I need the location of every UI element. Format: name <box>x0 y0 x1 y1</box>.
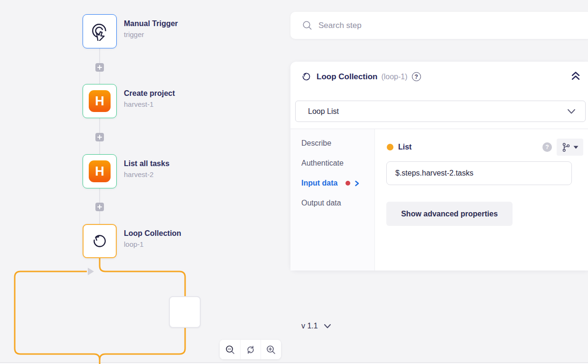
harvest-icon-box[interactable]: H <box>83 154 117 188</box>
field-header-row: List ? <box>387 139 583 156</box>
double-chevron-up-icon <box>570 70 581 82</box>
manual-trigger-icon <box>90 22 109 41</box>
harvest-icon-box[interactable]: H <box>83 84 117 118</box>
harvest-logo-icon: H <box>89 160 111 182</box>
chevron-right-icon <box>355 180 359 187</box>
panel-tabs-sidebar: Describe Authenticate Input data Output … <box>290 129 375 271</box>
list-value-input[interactable] <box>386 161 572 185</box>
node-title: Create project <box>124 89 175 98</box>
manual-trigger-icon-box[interactable] <box>83 14 117 48</box>
workflow-builder: Manual Trigger trigger H Create project … <box>0 0 588 364</box>
field-label: List <box>398 143 542 151</box>
panel-header: Loop Collection (loop-1) ? <box>301 71 421 82</box>
branch-icon <box>562 143 570 152</box>
tab-output-data[interactable]: Output data <box>301 199 341 207</box>
node-create-project[interactable]: H Create project harvest-1 <box>83 84 175 118</box>
chevron-down-icon <box>324 324 331 329</box>
node-step-id: harvest-1 <box>124 100 175 108</box>
search-icon <box>302 20 312 30</box>
node-loop-collection[interactable]: Loop Collection loop-1 <box>83 224 181 258</box>
input-data-section: List ? Show advanced properties <box>375 129 588 271</box>
loop-icon-box[interactable] <box>83 224 117 258</box>
step-config-panel: Loop Collection (loop-1) ? Loop List Des… <box>290 62 588 271</box>
tab-authenticate[interactable]: Authenticate <box>301 159 344 168</box>
zoom-out-icon <box>225 345 235 355</box>
operation-select[interactable]: Loop List <box>295 101 586 122</box>
tab-label: Authenticate <box>301 159 344 168</box>
tab-label: Input data <box>301 179 337 187</box>
required-field-dot <box>345 181 350 186</box>
operation-selected-value: Loop List <box>308 107 567 116</box>
add-step-button[interactable] <box>95 133 104 141</box>
zoom-in-icon <box>266 345 276 355</box>
search-input[interactable] <box>318 21 588 30</box>
node-step-id: harvest-2 <box>124 170 169 178</box>
tab-input-data[interactable]: Input data <box>301 179 359 187</box>
collapse-panel-button[interactable] <box>570 70 581 83</box>
tab-describe[interactable]: Describe <box>301 139 331 148</box>
node-step-id: loop-1 <box>124 240 181 248</box>
version-label: v 1.1 <box>301 322 318 330</box>
required-field-indicator <box>387 144 393 150</box>
canvas-zoom-toolbar <box>220 340 281 359</box>
zoom-in-button[interactable] <box>261 340 281 359</box>
chevron-down-icon <box>567 109 576 114</box>
field-help-icon[interactable]: ? <box>542 142 552 152</box>
tab-label: Describe <box>301 139 331 148</box>
zoom-out-button[interactable] <box>220 340 240 359</box>
harvest-logo-icon: H <box>89 90 111 112</box>
loop-icon <box>91 232 109 250</box>
loop-return-arrow-icon <box>88 268 94 275</box>
panel-step-id: (loop-1) <box>381 73 407 81</box>
loop-icon <box>301 71 312 82</box>
add-step-button[interactable] <box>95 203 104 211</box>
tab-label: Output data <box>301 199 341 207</box>
node-title: Loop Collection <box>124 229 181 238</box>
caret-down-icon <box>573 146 579 149</box>
node-title: Manual Trigger <box>124 19 178 28</box>
reset-zoom-button[interactable] <box>240 340 261 359</box>
refresh-icon <box>245 345 256 355</box>
panel-title: Loop Collection <box>317 72 377 82</box>
jsonpath-picker-button[interactable] <box>557 139 583 156</box>
loop-drop-target[interactable] <box>169 296 201 328</box>
version-selector[interactable]: v 1.1 <box>301 322 331 330</box>
node-step-id: trigger <box>124 30 178 38</box>
node-list-all-tasks[interactable]: H List all tasks harvest-2 <box>83 154 169 188</box>
add-step-button[interactable] <box>95 63 104 72</box>
show-advanced-properties-button[interactable]: Show advanced properties <box>386 202 513 226</box>
node-manual-trigger[interactable]: Manual Trigger trigger <box>83 14 178 48</box>
help-icon[interactable]: ? <box>412 72 421 81</box>
step-search-bar <box>290 12 588 39</box>
node-title: List all tasks <box>124 159 169 168</box>
